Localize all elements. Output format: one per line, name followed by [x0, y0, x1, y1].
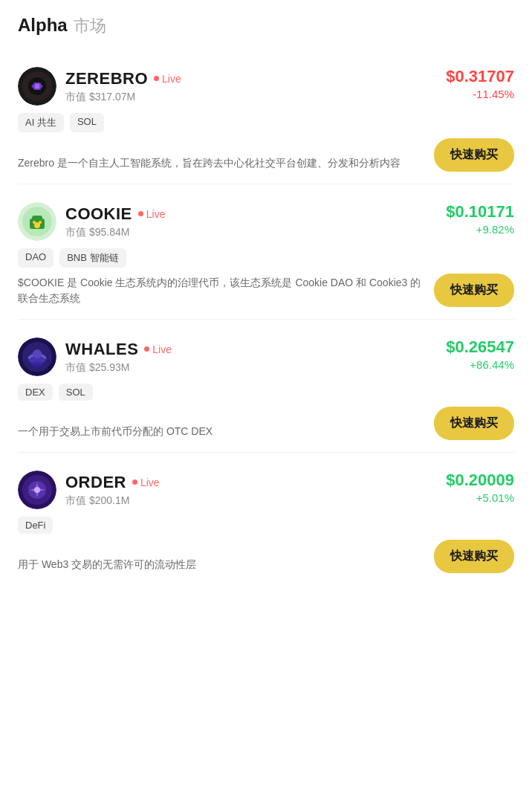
token-card-zerebro: ZEREBRO Live 市值 $317.07M $0.31707 -11.45…	[18, 55, 514, 184]
svg-point-10	[39, 221, 42, 224]
token-list: ZEREBRO Live 市值 $317.07M $0.31707 -11.45…	[18, 55, 514, 585]
svg-rect-7	[32, 216, 42, 222]
card-left: WHALES Live 市值 $25.93M	[18, 338, 172, 376]
tags-row: AI 共生SOL	[18, 113, 514, 132]
page-title-alpha: Alpha	[18, 15, 68, 36]
token-price: $0.10171	[446, 202, 514, 222]
price-block: $0.31707 -11.45%	[446, 67, 514, 100]
price-change: +86.44%	[470, 358, 514, 371]
live-dot	[154, 76, 159, 81]
live-dot	[132, 479, 137, 485]
token-card-whales: WHALES Live 市值 $25.93M $0.26547 +86.44% …	[18, 326, 514, 453]
token-info: ZEREBRO Live 市值 $317.07M	[65, 69, 181, 104]
card-header: ORDER Live 市值 $200.1M $0.20009 +5.01%	[18, 471, 514, 509]
svg-point-19	[34, 487, 40, 493]
token-card-cookie: COOKIE Live 市值 $95.84M $0.10171 +9.82% D…	[18, 190, 514, 320]
card-left: ORDER Live 市值 $200.1M	[18, 471, 160, 509]
token-description: 用于 Web3 交易的无需许可的流动性层	[18, 557, 425, 573]
live-dot	[138, 211, 143, 216]
tag: BNB 智能链	[59, 248, 126, 268]
tag: SOL	[70, 113, 104, 132]
tags-row: DeFi	[18, 517, 514, 534]
price-change: +5.01%	[476, 491, 514, 504]
card-header: WHALES Live 市值 $25.93M $0.26547 +86.44%	[18, 338, 514, 376]
card-left: COOKIE Live 市值 $95.84M	[18, 202, 165, 241]
token-name-row: COOKIE Live	[65, 204, 165, 224]
svg-point-14	[33, 349, 42, 358]
token-name: WHALES	[65, 340, 138, 359]
token-name: ZEREBRO	[65, 69, 148, 88]
token-description: $COOKIE 是 Cookie 生态系统内的治理代币，该生态系统是 Cooki…	[18, 275, 425, 307]
tag: DeFi	[18, 517, 53, 534]
tags-row: DEXSOL	[18, 384, 514, 401]
page-title-sub: 市场	[74, 15, 106, 37]
card-footer: 一个用于交易上市前代币分配的 OTC DEX 快速购买	[18, 407, 514, 440]
live-badge: Live	[144, 343, 172, 355]
market-cap: 市值 $317.07M	[65, 91, 181, 104]
svg-point-15	[31, 361, 43, 367]
live-dot	[144, 346, 149, 352]
avatar-whales	[18, 338, 56, 376]
live-badge: Live	[138, 208, 166, 220]
token-name-row: ORDER Live	[65, 473, 160, 492]
token-info: WHALES Live 市值 $25.93M	[65, 340, 172, 375]
live-badge: Live	[154, 73, 181, 85]
market-cap: 市值 $25.93M	[65, 361, 172, 375]
buy-button-order[interactable]: 快速购买	[434, 540, 514, 573]
price-change: -11.45%	[473, 88, 514, 100]
price-block: $0.10171 +9.82%	[446, 202, 514, 236]
card-footer: $COOKIE 是 Cookie 生态系统内的治理代币，该生态系统是 Cooki…	[18, 274, 514, 307]
tags-row: DAOBNB 智能链	[18, 248, 514, 268]
token-price: $0.31707	[446, 67, 514, 86]
market-cap: 市值 $95.84M	[65, 226, 165, 239]
avatar-order	[18, 471, 56, 509]
tag: AI 共生	[18, 113, 64, 132]
token-name: ORDER	[65, 473, 126, 492]
price-block: $0.20009 +5.01%	[446, 471, 514, 504]
card-footer: Zerebro 是一个自主人工智能系统，旨在跨去中心化社交平台创建、分发和分析内…	[18, 138, 514, 172]
token-name: COOKIE	[65, 204, 132, 224]
token-name-row: WHALES Live	[65, 340, 172, 359]
buy-button-cookie[interactable]: 快速购买	[434, 274, 514, 307]
tag: DEX	[18, 384, 53, 401]
avatar-zerebro	[18, 67, 56, 106]
card-header: COOKIE Live 市值 $95.84M $0.10171 +9.82%	[18, 202, 514, 241]
token-price: $0.26547	[446, 338, 514, 357]
token-name-row: ZEREBRO Live	[65, 69, 181, 88]
card-footer: 用于 Web3 交易的无需许可的流动性层 快速购买	[18, 540, 514, 573]
card-header: ZEREBRO Live 市值 $317.07M $0.31707 -11.45…	[18, 67, 514, 106]
market-cap: 市值 $200.1M	[65, 494, 160, 508]
tag: SOL	[59, 384, 93, 401]
buy-button-whales[interactable]: 快速购买	[434, 407, 514, 440]
token-description: Zerebro 是一个自主人工智能系统，旨在跨去中心化社交平台创建、分发和分析内…	[18, 155, 425, 172]
token-info: ORDER Live 市值 $200.1M	[65, 473, 160, 508]
live-badge: Live	[132, 477, 160, 488]
token-description: 一个用于交易上市前代币分配的 OTC DEX	[18, 424, 425, 440]
svg-point-9	[33, 221, 36, 224]
token-info: COOKIE Live 市值 $95.84M	[65, 204, 165, 239]
token-card-order: ORDER Live 市值 $200.1M $0.20009 +5.01% De…	[18, 459, 514, 585]
avatar-cookie	[18, 202, 56, 241]
buy-button-zerebro[interactable]: 快速购买	[434, 138, 514, 172]
token-price: $0.20009	[446, 471, 514, 490]
price-block: $0.26547 +86.44%	[446, 338, 514, 371]
price-change: +9.82%	[476, 223, 514, 236]
tag: DAO	[18, 248, 53, 268]
card-left: ZEREBRO Live 市值 $317.07M	[18, 67, 181, 106]
